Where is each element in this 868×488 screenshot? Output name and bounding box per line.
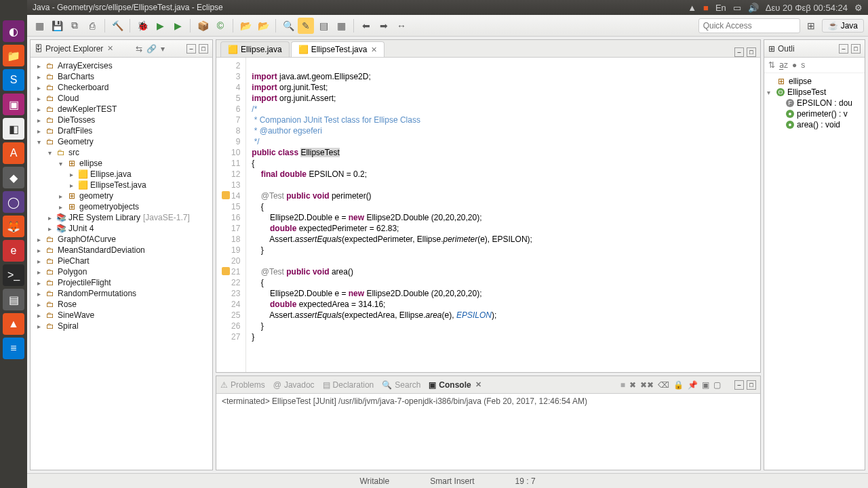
tree-item[interactable]: ▸📚JUnit 4 <box>31 223 212 234</box>
outline-item[interactable]: ●area() : void <box>766 119 863 130</box>
tree-item[interactable]: ▸🗀Checkerboard <box>31 82 212 93</box>
openfolder-button[interactable]: 📂 <box>237 18 254 34</box>
tree-item[interactable]: ▾🗀src <box>31 147 212 158</box>
highlight-button[interactable]: ✎ <box>298 18 314 34</box>
tree-item[interactable]: ▾🗀Geometry <box>31 136 212 147</box>
launcher-eclipse[interactable]: ◯ <box>3 191 24 213</box>
tray-lang-icon[interactable]: En <box>715 3 726 13</box>
new-button[interactable]: ▦ <box>31 18 47 34</box>
saveall-button[interactable]: ⧉ <box>66 18 83 34</box>
tray-sound-icon[interactable]: 🔊 <box>748 3 759 13</box>
launcher-app6[interactable]: ≡ <box>3 338 24 359</box>
tree-item[interactable]: ▸🗀DraftFiles <box>31 125 212 136</box>
perspective-java[interactable]: ☕ Java <box>822 19 864 33</box>
tree-item[interactable]: ▸⊞geometry <box>31 190 212 201</box>
outline-item[interactable]: ●perimeter() : v <box>766 108 863 119</box>
launcher-files[interactable]: 📁 <box>3 45 24 66</box>
tree-item[interactable]: ▸🟨Ellipse.java <box>31 169 212 180</box>
maximize-icon[interactable]: □ <box>851 44 861 54</box>
launcher-dash[interactable]: ◐ <box>3 20 24 42</box>
tree-item[interactable]: ▸🗀dewKeplerTEST <box>31 104 212 115</box>
outline-item[interactable]: ▾ΘEllipseTest <box>766 87 863 98</box>
nav-button[interactable]: ↔ <box>393 18 410 34</box>
debug-button[interactable]: 🐞 <box>134 18 151 34</box>
tray-battery-icon[interactable]: ▭ <box>733 3 741 13</box>
minimize-icon[interactable]: – <box>839 44 848 54</box>
code-editor[interactable]: 2345678910111213141516171819202122232425… <box>216 58 760 372</box>
maximize-icon[interactable]: □ <box>199 44 208 54</box>
tray-box-icon[interactable]: ■ <box>703 3 709 13</box>
tab-ellipsetest[interactable]: 🟨 EllipseTest.java ✕ <box>291 41 385 57</box>
remove-icon[interactable]: ✖ <box>629 380 636 390</box>
tray-clock[interactable]: Δευ 20 Φεβ 00:54:24 <box>766 3 848 13</box>
launcher-app1[interactable]: ▣ <box>3 94 24 115</box>
tray-vlc-icon[interactable]: ▲ <box>688 3 696 13</box>
hide-static-icon[interactable]: s <box>801 60 805 70</box>
maximize-icon[interactable]: □ <box>747 47 756 57</box>
run-button[interactable]: ▶ <box>152 18 168 34</box>
console-output[interactable]: <terminated> EllipseTest [JUnit] /usr/li… <box>216 394 760 470</box>
tray-gear-icon[interactable]: ⚙ <box>854 3 863 13</box>
perspective-open-icon[interactable]: ⊞ <box>803 18 819 34</box>
open-console-icon[interactable]: ▢ <box>713 380 721 390</box>
tree-item[interactable]: ▸📚JRE System Library [JavaSE-1.7] <box>31 212 212 223</box>
launcher-app4[interactable]: ◆ <box>3 167 24 188</box>
collapse-icon[interactable]: ⇆ <box>136 44 142 54</box>
tab-ellipse[interactable]: 🟨 Ellipse.java <box>220 41 290 57</box>
removeall-icon[interactable]: ✖✖ <box>640 380 654 390</box>
clear-icon[interactable]: ⌫ <box>658 380 669 390</box>
quick-access-input[interactable] <box>698 18 800 33</box>
tree-item[interactable]: ▸⊞geometryobjects <box>31 201 212 212</box>
tab-javadoc[interactable]: @ Javadoc <box>273 380 315 390</box>
sort-icon[interactable]: ⇅ <box>768 60 775 70</box>
task-button[interactable]: ▦ <box>333 18 349 34</box>
launcher-terminal[interactable]: >_ <box>3 264 24 286</box>
tab-problems[interactable]: ⚠ Problems <box>220 380 265 390</box>
tab-console[interactable]: ▣ Console ✕ <box>429 380 481 390</box>
annotation-button[interactable]: ▤ <box>315 18 332 34</box>
tree-item[interactable]: ▸🗀Cloud <box>31 93 212 104</box>
menu-icon[interactable]: ▾ <box>161 44 165 54</box>
close-icon[interactable]: ✕ <box>475 380 481 389</box>
tree-item[interactable]: ▸🗀ProjectileFlight <box>31 277 212 288</box>
minimize-icon[interactable]: – <box>734 47 744 57</box>
pin-icon[interactable]: 📌 <box>688 380 698 390</box>
tree-item[interactable]: ▸🟨EllipseTest.java <box>31 180 212 190</box>
launcher-app5[interactable]: e <box>3 240 24 262</box>
outline-item[interactable]: ⊞ellipse <box>766 76 863 87</box>
search-button[interactable]: 🔍 <box>280 18 296 34</box>
launcher-app2[interactable]: ◧ <box>3 118 24 140</box>
outline-item[interactable]: FEPSILON : dou <box>766 98 863 108</box>
tree-item[interactable]: ▸🗀GraphOfACurve <box>31 234 212 245</box>
tree-item[interactable]: ▸🗀RandomPermutations <box>31 288 212 299</box>
close-icon[interactable]: ✕ <box>107 44 113 53</box>
tree-item[interactable]: ▾⊞ellipse <box>31 158 212 169</box>
launcher-app3[interactable]: A <box>3 142 24 164</box>
print-button[interactable]: ⎙ <box>84 18 100 34</box>
maximize-icon[interactable]: □ <box>747 380 756 390</box>
tree-item[interactable]: ▸🗀MeanStandardDeviation <box>31 245 212 256</box>
tree-item[interactable]: ▸🗀BarCharts <box>31 71 212 82</box>
display-icon[interactable]: ▣ <box>702 380 709 390</box>
minimize-icon[interactable]: – <box>186 44 196 54</box>
forward-button[interactable]: ➡ <box>376 18 392 34</box>
tree-item[interactable]: ▸🗀Polygon <box>31 266 212 277</box>
tree-item[interactable]: ▸🗀ArrayExercises <box>31 60 212 71</box>
launcher-skype[interactable]: S <box>3 69 24 91</box>
tree-item[interactable]: ▸🗀Rose <box>31 299 212 310</box>
scroll-lock-icon[interactable]: 🔒 <box>673 380 684 390</box>
launcher-firefox[interactable]: 🦊 <box>3 216 24 237</box>
back-button[interactable]: ⬅ <box>358 18 374 34</box>
opentype-button[interactable]: 📂 <box>255 18 271 34</box>
link-icon[interactable]: 🔗 <box>146 44 157 54</box>
tab-declaration[interactable]: ▤ Declaration <box>323 380 374 390</box>
stop-icon[interactable]: ■ <box>620 380 625 390</box>
launcher-vlc[interactable]: ▲ <box>3 313 24 335</box>
newclass-button[interactable]: © <box>212 18 229 34</box>
tree-item[interactable]: ▸🗀Spiral <box>31 321 212 331</box>
filter-icon[interactable]: a̲z <box>779 60 788 70</box>
minimize-icon[interactable]: – <box>734 380 744 390</box>
build-button[interactable]: 🔨 <box>109 18 125 34</box>
tree-item[interactable]: ▸🗀SineWave <box>31 310 212 321</box>
tree-item[interactable]: ▸🗀PieChart <box>31 256 212 266</box>
